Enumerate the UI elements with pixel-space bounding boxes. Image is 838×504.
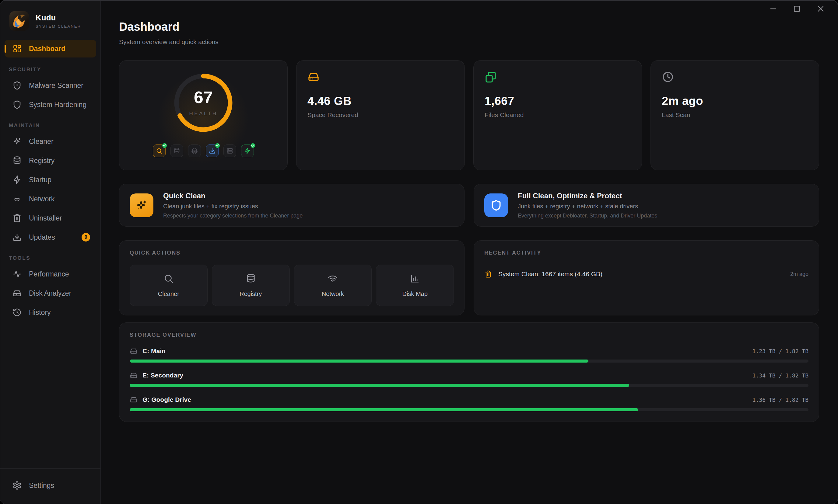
gear-icon [13,481,22,490]
search-icon [163,273,174,284]
quick-action-label: Network [322,290,344,298]
nav-section-tools: TOOLS [9,255,96,261]
sidebar-item-updates[interactable]: Updates 9 [4,229,96,246]
sidebar-item-label: Malware Scanner [29,82,83,90]
activity-time: 2m ago [790,271,808,277]
quick-clean-banner[interactable]: Quick Clean Clean junk files + fix regis… [119,184,465,227]
updates-chip[interactable] [206,144,219,157]
app-window: Kudu SYSTEM CLEANER Dashboard SECURITY M… [0,0,838,504]
trash-icon [484,270,492,278]
drive-bar-fill [130,384,629,387]
close-button[interactable] [811,2,830,16]
recent-activity-header: RECENT ACTIVITY [484,250,808,256]
health-card: 67 HEALTH [119,60,287,170]
activity-icon [13,269,22,278]
sidebar-item-label: Cleaner [29,138,54,146]
drive-usage: 1.23 TB / 1.82 TB [752,348,808,354]
sidebar-item-label: Uninstaller [29,214,62,222]
health-check-chips [153,144,254,157]
trash-icon [13,214,22,223]
app-name: Kudu [36,13,81,22]
sidebar: Kudu SYSTEM CLEANER Dashboard SECURITY M… [0,1,101,504]
sidebar-item-history[interactable]: History [4,304,96,321]
drive-bar [130,384,808,387]
nav-section-maintain: MAINTAIN [9,123,96,129]
quick-action-label: Disk Map [402,290,427,298]
startup-chip[interactable] [241,144,254,157]
active-indicator [4,45,6,53]
health-ring: 67 HEALTH [171,71,235,135]
drive-usage: 1.36 TB / 1.82 TB [752,397,808,403]
quick-action-cleaner[interactable]: Cleaner [130,265,208,306]
drive-bar-fill [130,408,638,411]
sidebar-item-label: Updates [29,233,55,241]
files-icon [485,71,497,83]
sidebar-item-disk-analyzer[interactable]: Disk Analyzer [4,284,96,302]
sparkles-icon [13,137,22,146]
wifi-icon [13,194,22,203]
sidebar-item-network[interactable]: Network [4,190,96,208]
sidebar-item-label: Startup [29,176,51,184]
sidebar-item-malware-scanner[interactable]: Malware Scanner [4,77,96,94]
banner-desc: Junk files + registry + network + stale … [518,203,657,210]
clock-icon [662,71,674,83]
search-icon [156,147,162,154]
stat-card-last-scan: 2m ago Last Scan [650,60,819,170]
registry-chip[interactable] [171,144,183,157]
sidebar-item-label: Network [29,195,54,203]
drive-row-c: C: Main 1.23 TB / 1.82 TB [130,347,808,363]
shield-alert-icon [13,81,22,90]
activity-text: System Clean: 1667 items (4.46 GB) [498,270,603,278]
quick-action-registry[interactable]: Registry [212,265,290,306]
sidebar-item-settings[interactable]: Settings [4,476,96,494]
banner-title: Full Clean, Optimize & Protect [518,192,657,200]
check-badge [162,143,168,148]
database-icon [246,273,256,284]
cpu-chip[interactable] [188,144,201,157]
drive-row-e: E: Secondary 1.34 TB / 1.82 TB [130,372,808,387]
health-score: 67 [194,89,213,106]
nav-section-security: SECURITY [9,67,96,73]
maximize-button[interactable] [788,2,806,16]
quick-action-network[interactable]: Network [294,265,372,306]
sidebar-item-system-hardening[interactable]: System Hardening [4,96,96,113]
stat-card-files-cleaned: 1,667 Files Cleaned [473,60,642,170]
stats-row: 67 HEALTH [119,60,819,170]
sidebar-nav: Dashboard SECURITY Malware Scanner Syste… [0,39,101,468]
scan-chip[interactable] [153,144,165,157]
minimize-button[interactable] [764,2,782,16]
recent-activity-card: RECENT ACTIVITY System Clean: 1667 items… [474,240,819,316]
brand: Kudu SYSTEM CLEANER [0,1,101,39]
shield-icon [484,194,508,217]
drive-bar [130,408,808,411]
stat-label: Files Cleaned [485,111,524,119]
full-clean-banner[interactable]: Full Clean, Optimize & Protect Junk file… [474,184,819,227]
maximize-icon [793,4,801,13]
sidebar-item-label: Disk Analyzer [29,289,71,298]
drive-usage: 1.34 TB / 1.82 TB [752,372,808,379]
sidebar-item-cleaner[interactable]: Cleaner [4,132,96,150]
kudu-logo-art [10,11,29,31]
hard-drive-icon [130,347,138,355]
sidebar-item-registry[interactable]: Registry [4,152,96,169]
bar-chart-icon [410,273,420,284]
main-content: Dashboard System overview and quick acti… [101,1,838,504]
shield-icon [13,100,22,109]
dashboard-icon [13,44,22,53]
sidebar-item-startup[interactable]: Startup [4,171,96,188]
sidebar-item-performance[interactable]: Performance [4,265,96,283]
health-score-label: HEALTH [189,111,217,117]
banner-desc: Clean junk files + fix registry issues [163,203,302,210]
drive-name: E: Secondary [142,372,183,379]
sidebar-item-label: Dashboard [29,45,66,53]
sidebar-item-uninstaller[interactable]: Uninstaller [4,209,96,227]
quick-action-label: Cleaner [158,290,179,298]
drive-name: C: Main [142,347,165,355]
storage-header: STORAGE OVERVIEW [130,332,808,338]
app-tagline: SYSTEM CLEANER [36,24,81,29]
sidebar-item-dashboard[interactable]: Dashboard [4,40,96,57]
quick-action-disk-map[interactable]: Disk Map [376,265,454,306]
sidebar-item-label: Settings [29,482,54,490]
database-icon [174,147,180,154]
drivers-chip[interactable] [223,144,236,157]
